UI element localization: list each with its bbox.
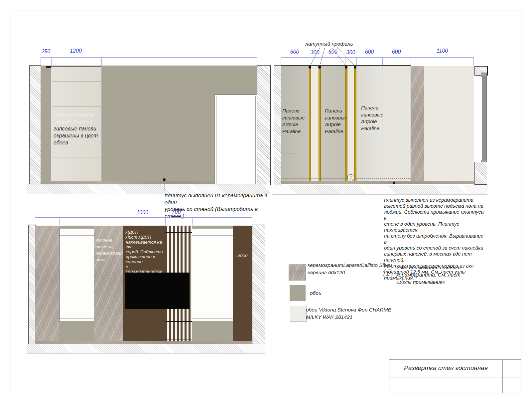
extension-line bbox=[257, 57, 257, 66]
drawing-sheet: 250 1200 Панели гипсовыеArtpole Paraline… bbox=[0, 0, 532, 404]
window-rail bbox=[192, 318, 233, 319]
panel-joint-line bbox=[52, 180, 101, 180]
window-opening bbox=[192, 229, 233, 321]
wallpaper-strip bbox=[41, 66, 51, 181]
dimension-label: 1200 bbox=[66, 48, 86, 54]
extension-line bbox=[281, 57, 281, 66]
sill-block bbox=[474, 162, 487, 185]
legend-label: обои Viktoria Stenova Фон CHARMEMILKY WA… bbox=[306, 306, 416, 321]
column-label: колоннаоклеенакерамогранитом bbox=[95, 237, 123, 263]
panel-note: гипсовые панелиокрашены в цветобоев bbox=[54, 125, 100, 146]
extension-line bbox=[101, 57, 102, 66]
extension-line bbox=[59, 217, 60, 225]
dimension-label: 700 bbox=[168, 209, 185, 215]
wall-pillar bbox=[274, 65, 281, 185]
tv-screen bbox=[125, 273, 190, 309]
extension-line bbox=[192, 217, 193, 225]
corner-tick bbox=[46, 66, 51, 68]
background-wallpaper-swatch bbox=[290, 306, 307, 322]
floor-band bbox=[27, 344, 265, 354]
brass-profile bbox=[319, 66, 321, 181]
dimension-label: 600 bbox=[359, 49, 379, 55]
panels-top-line bbox=[281, 65, 411, 66]
extension-line bbox=[233, 217, 233, 225]
window-rail bbox=[60, 318, 94, 319]
window-rail bbox=[192, 235, 233, 236]
dimension-line bbox=[41, 57, 257, 58]
door bbox=[214, 94, 257, 185]
extension-line bbox=[321, 57, 321, 66]
slat-rail bbox=[165, 339, 192, 339]
extension-line bbox=[94, 217, 94, 225]
ceramic-baseboard bbox=[281, 181, 474, 184]
node-note: Узел примыкания стены икерамогранита. См… bbox=[396, 264, 489, 286]
extension-line bbox=[411, 57, 411, 66]
brass-profile-label: латунный профиль bbox=[301, 41, 357, 47]
sheet-title: Развертка стен гостинная bbox=[389, 364, 502, 372]
panel-label: ПанелигипсовыеArtpoleParaline bbox=[361, 104, 385, 132]
extension-line bbox=[123, 217, 123, 225]
extension-line bbox=[345, 57, 345, 66]
ceramic-wall-panel bbox=[35, 226, 59, 344]
panel-joint-line bbox=[52, 81, 101, 82]
floor-band bbox=[272, 185, 487, 195]
wall-pillar bbox=[29, 65, 41, 185]
title-block-divider bbox=[502, 360, 503, 393]
dimension-label: 600 bbox=[386, 49, 406, 55]
wall-pillar bbox=[252, 225, 265, 345]
marble-swatch bbox=[289, 264, 306, 281]
dimension-label: 1000 bbox=[132, 210, 152, 216]
dimension-label: 1100 bbox=[431, 48, 454, 54]
plaster-wall bbox=[382, 66, 411, 181]
background-wallpaper-wall bbox=[424, 66, 474, 182]
plaster-strip bbox=[311, 66, 319, 181]
panel-joint-line bbox=[282, 153, 296, 153]
panel-joint-line bbox=[282, 79, 296, 79]
ceramic-column bbox=[411, 66, 425, 182]
panel-label: ПанелигипсовыеArtpoleParaline bbox=[325, 107, 349, 135]
dimension-label: 600 bbox=[285, 49, 305, 55]
window-rail bbox=[60, 235, 94, 236]
window-rail bbox=[60, 321, 94, 321]
extension-line bbox=[35, 217, 35, 225]
dimension-line bbox=[281, 57, 474, 58]
legend-label: обои bbox=[310, 290, 350, 297]
dimension-label: 300 bbox=[342, 50, 359, 56]
door-frame bbox=[216, 96, 256, 185]
door-hinge bbox=[481, 73, 487, 77]
panel-joint-line bbox=[52, 106, 101, 107]
slat-rail bbox=[165, 232, 192, 233]
wall-pillar bbox=[28, 225, 36, 345]
window-rail bbox=[192, 321, 233, 321]
extension-line bbox=[424, 57, 424, 66]
title-block-divider bbox=[389, 377, 521, 377]
panel-joint-line bbox=[52, 157, 101, 157]
baseboard-note: плинтус выполнен из керамогранита в один… bbox=[165, 192, 271, 219]
window-rail bbox=[60, 233, 94, 233]
panel-label: ПанелигипсовыеArtpoleParaline bbox=[282, 107, 308, 135]
title-block: Развертка стен гостинная bbox=[389, 359, 521, 393]
extension-line bbox=[165, 217, 166, 225]
wall-pillar bbox=[257, 65, 271, 185]
dimension-label: 250 bbox=[38, 49, 54, 55]
wallpaper-swatch bbox=[290, 285, 306, 301]
extension-line bbox=[309, 57, 309, 66]
dimension-label: 300 bbox=[307, 50, 323, 56]
ldsp-label: лдсп bbox=[233, 253, 252, 258]
brass-profile bbox=[309, 66, 311, 181]
dimension-label: 600 bbox=[323, 49, 343, 55]
panel-label: Панели гипсовыеArtpole Paraline bbox=[51, 111, 98, 125]
door-leaf bbox=[482, 74, 487, 162]
ceramic-baseboard bbox=[35, 341, 252, 344]
extension-line bbox=[252, 217, 252, 225]
window-rail bbox=[192, 233, 233, 233]
ldsp-side-panel bbox=[233, 226, 252, 344]
extension-line bbox=[382, 57, 383, 66]
panel-bottom-joint bbox=[281, 178, 411, 179]
extension-line bbox=[51, 57, 52, 66]
extension-line bbox=[473, 57, 474, 66]
dimension-line bbox=[35, 217, 252, 218]
extension-line bbox=[41, 57, 41, 66]
brass-profile bbox=[354, 66, 356, 181]
window-opening bbox=[59, 229, 94, 321]
